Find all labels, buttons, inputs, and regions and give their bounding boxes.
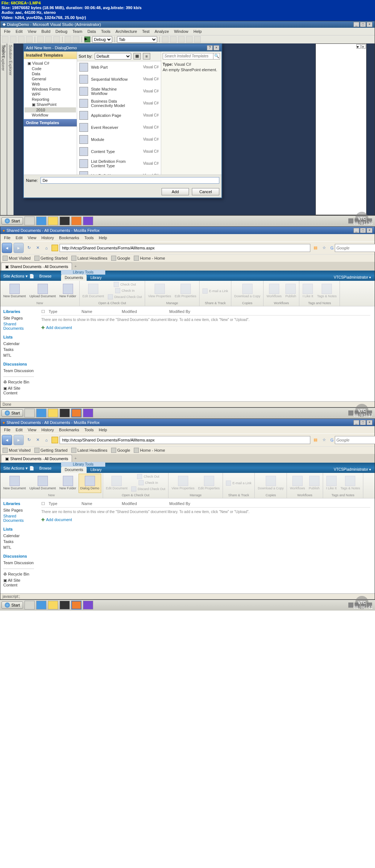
bookmark-item[interactable]: Most Visited xyxy=(3,448,31,453)
col-header[interactable]: Name xyxy=(82,309,122,314)
task-vs-icon[interactable] xyxy=(83,217,93,225)
url-input[interactable] xyxy=(60,436,310,444)
star-icon[interactable]: ☆ xyxy=(321,436,328,444)
view-medium-icon[interactable]: ▦ xyxy=(133,53,141,60)
template-item[interactable]: ModuleVisual C# xyxy=(77,134,161,146)
col-header[interactable]: Type xyxy=(49,501,82,506)
task-cmd-icon[interactable] xyxy=(60,601,70,609)
search-icon[interactable]: 🔍 xyxy=(213,53,220,60)
ff-menu-help[interactable]: Help xyxy=(96,235,109,241)
back-button[interactable]: ◄ xyxy=(2,435,12,445)
tray-icon[interactable] xyxy=(348,603,353,608)
tool4-icon[interactable] xyxy=(194,36,201,43)
tree-data[interactable]: Data xyxy=(24,71,76,76)
dialog-demo-button[interactable]: Dialog Demo xyxy=(79,474,101,493)
task-cmd-icon[interactable] xyxy=(60,409,70,417)
reload-button[interactable]: ↻ xyxy=(25,436,33,444)
menu-architecture[interactable]: Architecture xyxy=(113,28,139,34)
menu-edit[interactable]: Edit xyxy=(14,28,25,34)
nav-recycle-bin[interactable]: ♻ Recycle Bin xyxy=(3,571,34,577)
add-button[interactable]: Add xyxy=(162,188,189,195)
lists-header[interactable]: Lists xyxy=(3,335,34,339)
tray-icon[interactable] xyxy=(348,218,353,223)
col-header[interactable]: Modified xyxy=(122,309,169,314)
bookmark-item[interactable]: Most Visited xyxy=(3,256,31,261)
browser-tab[interactable]: ▣Shared Documents - All Documents xyxy=(1,455,72,463)
menu-analyze[interactable]: Analyze xyxy=(152,28,171,34)
libraries-header[interactable]: Libraries xyxy=(3,309,34,314)
nav-mtl[interactable]: MTL xyxy=(3,544,34,550)
tool-icon[interactable] xyxy=(170,36,177,43)
task-explorer-icon[interactable] xyxy=(24,601,35,609)
tree-web[interactable]: Web xyxy=(24,81,76,87)
search-templates-input[interactable] xyxy=(163,53,213,60)
bookmark-item[interactable]: Google xyxy=(111,448,130,453)
cancel-button[interactable]: Cancel xyxy=(192,188,219,195)
nav-up-icon[interactable]: 📄 xyxy=(29,466,34,471)
search-input[interactable] xyxy=(335,244,375,252)
panel-tab[interactable]: Team Explorer xyxy=(1,45,5,214)
nav-team-discussion[interactable]: Team Discussion xyxy=(3,368,34,374)
ff-menu-view[interactable]: View xyxy=(26,235,39,241)
bookmark-item[interactable]: Google xyxy=(111,256,130,261)
tree-sharepoint[interactable]: ▣ SharePoint xyxy=(24,102,76,107)
menu-build[interactable]: Build xyxy=(39,28,52,34)
menu-data[interactable]: Data xyxy=(85,28,98,34)
lists-header[interactable]: Lists xyxy=(3,527,34,531)
tree-2010[interactable]: 2010 xyxy=(24,107,76,112)
browse-tab[interactable]: Browse xyxy=(36,273,55,279)
ff-menu-history[interactable]: History xyxy=(39,427,56,433)
task-firefox-icon[interactable] xyxy=(71,217,82,225)
ff-menu-file[interactable]: File xyxy=(2,427,13,433)
libraries-header[interactable]: Libraries xyxy=(3,501,34,506)
discussions-header[interactable]: Discussions xyxy=(3,362,34,366)
nav-recycle-bin[interactable]: ♻ Recycle Bin xyxy=(3,379,34,385)
ff-menu-edit[interactable]: Edit xyxy=(14,235,25,241)
back-button[interactable]: ◄ xyxy=(2,243,12,253)
view-small-icon[interactable]: ≡ xyxy=(143,53,150,60)
search-input[interactable] xyxy=(335,436,375,444)
task-folder-icon[interactable] xyxy=(48,217,58,225)
add-document-link[interactable]: ✚Add document xyxy=(41,516,370,524)
task-cmd-icon[interactable] xyxy=(60,217,70,225)
name-input[interactable] xyxy=(41,177,219,184)
template-item[interactable]: Content TypeVisual C# xyxy=(77,146,161,158)
menu-tools[interactable]: Tools xyxy=(99,28,113,34)
user-menu[interactable]: VTCSP\administrator ▾ xyxy=(330,466,375,473)
rss-icon[interactable]: ▤ xyxy=(312,436,319,444)
nav-team-discussion[interactable]: Team Discussion xyxy=(3,560,34,566)
user-menu[interactable]: VTCSP\administrator ▾ xyxy=(330,274,375,281)
task-folder-icon[interactable] xyxy=(48,409,58,417)
tree-general[interactable]: General xyxy=(24,76,76,81)
add-document-link[interactable]: ✚Add document xyxy=(41,324,370,332)
tool3-icon[interactable] xyxy=(186,36,193,43)
save-all-icon[interactable] xyxy=(26,36,33,43)
library-tab[interactable]: Library xyxy=(87,275,105,281)
dialog-close-icon[interactable]: × xyxy=(213,45,219,50)
ff-menu-view[interactable]: View xyxy=(26,427,39,433)
ff-menu-edit[interactable]: Edit xyxy=(14,427,25,433)
undo-icon[interactable] xyxy=(65,36,71,43)
home-button[interactable]: ⌂ xyxy=(43,436,50,444)
library-tab[interactable]: Library xyxy=(87,467,105,473)
template-item[interactable]: List DefinitionVisual C# xyxy=(77,170,161,175)
exec-dropdown[interactable]: Tab xyxy=(117,36,157,43)
task-ie-icon[interactable] xyxy=(36,601,46,609)
new-tab-button[interactable]: + xyxy=(72,455,79,463)
dialog-help-icon[interactable]: ? xyxy=(207,45,213,50)
task-firefox-icon[interactable] xyxy=(71,409,82,417)
bookmark-item[interactable]: Home - Home xyxy=(134,256,165,261)
template-item[interactable]: State Machine WorkflowVisual C# xyxy=(77,85,161,97)
panel-tab[interactable]: Solution Explorer xyxy=(8,45,13,214)
save-icon[interactable] xyxy=(18,36,24,43)
browser-tab[interactable]: ▣Shared Documents - All Documents xyxy=(1,263,72,271)
start-button[interactable]: Start xyxy=(1,409,23,417)
stop-button[interactable]: ✕ xyxy=(34,436,41,444)
maximize-button[interactable]: □ xyxy=(360,22,366,27)
documents-tab[interactable]: Documents xyxy=(61,275,87,281)
open-icon[interactable] xyxy=(10,36,16,43)
home-button[interactable]: ⌂ xyxy=(43,244,50,252)
col-header[interactable]: Name xyxy=(82,501,122,506)
new-project-icon[interactable] xyxy=(2,36,8,43)
new-folder-button[interactable]: New Folder xyxy=(58,282,78,301)
